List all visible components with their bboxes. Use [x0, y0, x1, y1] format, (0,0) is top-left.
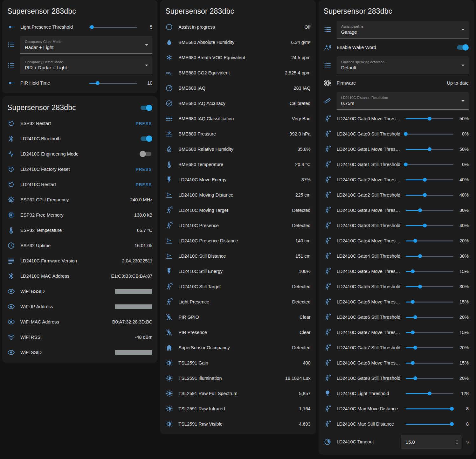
row-pir-gpio[interactable]: PIR GPIOClear — [160, 309, 315, 325]
row-bme680-absolute-humidity[interactable]: BME680 Absolute Humidity6.34 g/m³ — [160, 35, 315, 50]
slider-ld2410c-gate2-still-threshold[interactable] — [406, 192, 453, 198]
row-assist-in-progress[interactable]: Assist in progressOff — [160, 19, 315, 35]
slider-ld2410c-gate1-move-threshold[interactable] — [406, 146, 453, 152]
slider-ld2410c-gate8-still-threshold[interactable] — [406, 375, 453, 381]
stepper-arrows[interactable]: ▲▼ — [456, 439, 458, 445]
slider-thumb[interactable] — [450, 422, 454, 426]
row-wifi-mac-address[interactable]: WiFi MAC AddressB0:A7:32:28:3D:BC — [2, 314, 157, 330]
row-bme680-co2-equivalent[interactable]: CO2BME680 CO2 Equivalent2,825.4 ppm — [160, 65, 315, 80]
slider-ld2410c-gate4-still-threshold[interactable] — [406, 253, 453, 259]
row-ld2410c-still-target[interactable]: LD2410C Still TargetDetected — [160, 279, 315, 294]
row-esp32-uptime[interactable]: ESP32 Uptime16:01:05 — [2, 238, 157, 253]
select-field-occupancy-detect-mode[interactable]: Occupancy Detect ModePIR + Radar + Light — [20, 56, 152, 74]
row-bme680-iaq[interactable]: BME680 IAQ283 IAQ — [160, 80, 315, 96]
slider-thumb[interactable] — [423, 178, 427, 182]
slider-ld2410c-gate2-move-threshold[interactable] — [406, 177, 453, 183]
slider-thumb[interactable] — [411, 269, 415, 273]
slider-thumb[interactable] — [411, 300, 415, 304]
slider-thumb[interactable] — [411, 330, 415, 334]
row-ld2410c-moving-target[interactable]: LD2410C Moving TargetDetected — [160, 203, 315, 218]
row-bme680-iaq-accuracy[interactable]: BME680 IAQ AccuracyCalibrated — [160, 96, 315, 111]
slider-thumb[interactable] — [90, 25, 94, 29]
row-firmware[interactable]: FirmwareUp-to-date — [319, 75, 474, 91]
row-pir-presence[interactable]: PIR PresenceClear — [160, 325, 315, 340]
row-bme680-breath-voc-equivalent[interactable]: BME680 Breath VOC Equivalent24.5 ppm — [160, 50, 315, 65]
row-ld2410c-moving-distance[interactable]: LD2410C Moving Distance225 cm — [160, 187, 315, 203]
row-ld2410c-firmware-version[interactable]: LD2410C Firmware Version2.04.23022511 — [2, 253, 157, 268]
slider-ld2410c-gate0-move-threshold[interactable] — [406, 115, 453, 122]
slider-ld2410c-gate5-still-threshold[interactable] — [406, 283, 453, 290]
slider-thumb[interactable] — [450, 407, 454, 411]
row-wifi-ssid[interactable]: WiFi SSID — [2, 345, 157, 360]
row-bme680-temperature[interactable]: BME680 Temperature20.4 °C — [160, 157, 315, 172]
slider-pir-hold-time[interactable] — [89, 80, 137, 86]
select-field-assist-pipeline[interactable]: Assist pipelineGarage — [337, 21, 469, 38]
slider-ld2410c-gate8-move-threshold[interactable] — [406, 360, 453, 366]
slider-ld2410c-gate7-still-threshold[interactable] — [406, 344, 453, 351]
slider-ld2410c-gate3-move-threshold[interactable] — [406, 207, 453, 213]
row-supersensor-occupancy[interactable]: SuperSensor OccupancyDetected — [160, 340, 315, 355]
row-tsl2591-illumination[interactable]: TSL2591 Illumination19.1824 Lux — [160, 371, 315, 386]
toggle-switch[interactable] — [140, 151, 152, 157]
row-bme680-relative-humidity[interactable]: BME680 Relative Humidity35.8% — [160, 142, 315, 157]
row-ld2410c-mac-address[interactable]: LD2410C MAC AddressE1:C3:B3:CB:BA:87 — [2, 268, 157, 284]
slider-thumb[interactable] — [428, 117, 431, 121]
slider-thumb[interactable] — [404, 132, 408, 136]
toggle-switch[interactable] — [456, 44, 469, 51]
slider-ld2410c-light-threshold[interactable] — [406, 390, 453, 397]
slider-thumb[interactable] — [418, 285, 422, 289]
stepper-up-icon[interactable]: ▲ — [456, 439, 458, 442]
slider-thumb[interactable] — [413, 376, 417, 380]
slider-thumb[interactable] — [411, 361, 415, 365]
row-esp32-cpu-frequency[interactable]: ESP32 CPU Frequency240.0 MHz — [2, 192, 157, 207]
slider-ld2410c-gate0-still-threshold[interactable] — [406, 131, 453, 137]
row-ld2410c-move-energy[interactable]: LD2410C Move Energy37% — [160, 172, 315, 187]
slider-thumb[interactable] — [423, 193, 427, 197]
row-ld2410c-presence-distance[interactable]: LD2410C Presence Distance140 cm — [160, 233, 315, 248]
row-bme680-pressure[interactable]: BME680 Pressure992.0 hPa — [160, 126, 315, 142]
slider-thumb[interactable] — [96, 81, 100, 85]
slider-ld2410c-gate7-move-threshold[interactable] — [406, 329, 453, 336]
row-tsl2591-gain[interactable]: TSL2591 Gain400 — [160, 355, 315, 371]
slider-thumb[interactable] — [404, 163, 408, 166]
row-ld2410c-still-distance[interactable]: LD2410C Still Distance151 cm — [160, 248, 315, 264]
row-ld2410c-presence[interactable]: LD2410C PresenceDetected — [160, 218, 315, 233]
press-button[interactable]: PRESS — [135, 165, 152, 174]
slider-thumb[interactable] — [423, 224, 427, 227]
press-button[interactable]: PRESS — [135, 180, 152, 189]
row-wifi-rssi[interactable]: WiFi RSSI-48 dBm — [2, 330, 157, 345]
slider-thumb[interactable] — [413, 315, 417, 319]
slider-ld2410c-gate6-still-threshold[interactable] — [406, 314, 453, 320]
row-wifi-bssid[interactable]: WiFi BSSID — [2, 284, 157, 299]
slider-thumb[interactable] — [418, 208, 422, 212]
row-tsl2591-raw-visible[interactable]: TSL2591 Raw Visible4,693 — [160, 416, 315, 432]
card-master-toggle[interactable] — [140, 105, 152, 111]
row-wifi-ip-address[interactable]: WiFi IP Address — [2, 299, 157, 314]
slider-thumb[interactable] — [413, 239, 417, 243]
press-button[interactable]: PRESS — [135, 119, 152, 128]
row-ld2410c-still-energy[interactable]: LD2410C Still Energy100% — [160, 264, 315, 279]
slider-ld2410c-gate4-move-threshold[interactable] — [406, 238, 453, 244]
select-field-ld2410c-distance-resolution[interactable]: LD2410C Distance Resolution0.75m — [337, 92, 469, 110]
slider-ld2410c-gate6-move-threshold[interactable] — [406, 299, 453, 305]
row-light-presence[interactable]: Light PresenceDetected — [160, 294, 315, 309]
slider-ld2410c-gate1-still-threshold[interactable] — [406, 161, 453, 168]
slider-light-presence-threshold[interactable] — [89, 24, 137, 30]
select-field-finished-speaking-detection[interactable]: Finished speaking detectionDefault — [337, 56, 469, 74]
row-bme680-iaq-classification[interactable]: BME680 IAQ ClassificationVery Bad — [160, 111, 315, 126]
slider-ld2410c-max-move-distance[interactable] — [406, 406, 453, 412]
row-esp32-free-memory[interactable]: ESP32 Free Memory138.0 kB — [2, 207, 157, 223]
row-esp32-temperature[interactable]: ESP32 Temperature66.7 °C — [2, 223, 157, 238]
stepper-down-icon[interactable]: ▼ — [456, 442, 458, 445]
slider-ld2410c-gate3-still-threshold[interactable] — [406, 222, 453, 229]
number-input[interactable]: 15.0▲▼ — [401, 435, 461, 449]
slider-thumb[interactable] — [413, 346, 417, 350]
slider-ld2410c-max-still-distance[interactable] — [406, 421, 453, 427]
select-field-occupancy-clear-mode[interactable]: Occupancy Clear ModeRadar + Light — [20, 36, 152, 54]
toggle-switch[interactable] — [140, 136, 152, 142]
row-tsl2591-raw-full-spectrum[interactable]: TSL2591 Raw Full Spectrum5,857 — [160, 386, 315, 401]
slider-thumb[interactable] — [428, 392, 431, 395]
slider-thumb[interactable] — [428, 147, 431, 151]
row-tsl2591-raw-infrared[interactable]: TSL2591 Raw Infrared1,164 — [160, 401, 315, 416]
slider-thumb[interactable] — [418, 254, 422, 258]
